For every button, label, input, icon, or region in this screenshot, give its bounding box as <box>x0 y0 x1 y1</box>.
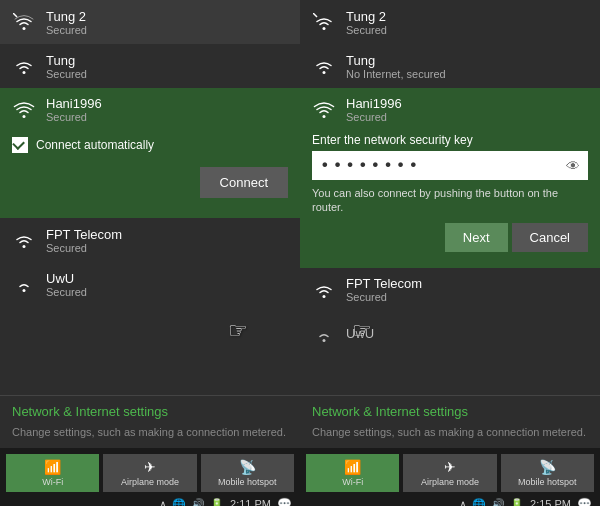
password-input-row-right[interactable]: 👁 <box>312 151 588 180</box>
network-info-uwu-right: UwU <box>346 326 588 341</box>
airplane-tile-label-left: Airplane mode <box>121 477 179 487</box>
auto-connect-checkbox-left[interactable] <box>12 137 28 153</box>
btn-row-left: Connect <box>12 157 288 210</box>
system-tray-right: ∧ 🌐 🔊 🔋 2:15 PM 💬 <box>300 495 600 506</box>
tray-globe-left: 🌐 <box>172 498 186 507</box>
network-item-hani1996-right[interactable]: Hani1996 Secured Enter the network secur… <box>300 88 600 268</box>
wifi-icon-hani1996-right <box>312 100 336 120</box>
wifi-icon-hani1996-left <box>12 100 36 120</box>
network-name-uwu-left: UwU <box>46 271 288 286</box>
network-status-tung2-right: Secured <box>346 24 588 36</box>
right-panel: Tung 2 Secured Tung No Internet, secured <box>300 0 600 506</box>
password-section-right: Enter the network security key 👁 You can… <box>312 129 588 268</box>
wifi-icon-tung2-left <box>12 12 36 32</box>
right-network-list: Tung 2 Secured Tung No Internet, secured <box>300 0 600 395</box>
quick-actions-left: 📶 Wi-Fi ✈ Airplane mode 📡 Mobile hotspot <box>0 448 300 495</box>
hotspot-tile-icon-left: 📡 <box>239 459 256 475</box>
network-info-uwu-left: UwU Secured <box>46 271 288 298</box>
tray-globe-right: 🌐 <box>472 498 486 507</box>
quick-tile-wifi-left[interactable]: 📶 Wi-Fi <box>6 454 99 492</box>
network-name-tung2-left: Tung 2 <box>46 9 288 24</box>
quick-tile-airplane-left[interactable]: ✈ Airplane mode <box>103 454 196 492</box>
tray-chat-right[interactable]: 💬 <box>577 497 592 506</box>
checkbox-tick-left <box>12 137 25 150</box>
svg-line-1 <box>313 13 317 17</box>
wifi-icon-tung-left <box>12 56 36 76</box>
network-status-hani1996-right: Secured <box>346 111 588 123</box>
network-info-tung2-right: Tung 2 Secured <box>346 9 588 36</box>
network-info-fpt-left: FPT Telecom Secured <box>46 227 288 254</box>
left-network-list: Tung 2 Secured Tung Secured <box>0 0 300 395</box>
tray-volume-right: 🔊 <box>491 498 505 507</box>
airplane-tile-icon-right: ✈ <box>444 459 456 475</box>
network-item-tung-left[interactable]: Tung Secured <box>0 44 300 88</box>
network-name-tung-right: Tung <box>346 53 588 68</box>
network-status-fpt-left: Secured <box>46 242 288 254</box>
settings-section-right: Network & Internet settings Change setti… <box>300 395 600 448</box>
btn-pair-right: Next Cancel <box>312 223 588 260</box>
tray-chevron-right: ∧ <box>459 498 467 507</box>
wifi-icon-fpt-right <box>312 280 336 300</box>
next-button-right[interactable]: Next <box>445 223 508 252</box>
tray-volume-left: 🔊 <box>191 498 205 507</box>
password-label-right: Enter the network security key <box>312 133 588 147</box>
network-item-hani1996-left[interactable]: Hani1996 Secured Connect automatically C… <box>0 88 300 218</box>
wifi-icon-uwu-left <box>12 274 36 294</box>
cancel-button-right[interactable]: Cancel <box>512 223 588 252</box>
airplane-tile-icon-left: ✈ <box>144 459 156 475</box>
network-name-hani1996-right: Hani1996 <box>346 96 588 111</box>
settings-section-left: Network & Internet settings Change setti… <box>0 395 300 448</box>
tray-time-right: 2:15 PM <box>530 498 571 506</box>
tray-icons-right: ∧ 🌐 🔊 🔋 <box>459 498 524 507</box>
network-header-hani1996-right: Hani1996 Secured <box>312 96 588 129</box>
hotspot-tile-label-right: Mobile hotspot <box>518 477 577 487</box>
network-item-uwu-right[interactable]: UwU <box>300 312 600 356</box>
quick-tile-hotspot-right[interactable]: 📡 Mobile hotspot <box>501 454 594 492</box>
tray-battery-left: 🔋 <box>210 498 224 507</box>
settings-desc-right: Change settings, such as making a connec… <box>312 426 586 438</box>
wifi-tile-label-left: Wi-Fi <box>42 477 63 487</box>
network-info-tung2-left: Tung 2 Secured <box>46 9 288 36</box>
network-name-tung-left: Tung <box>46 53 288 68</box>
network-name-uwu-right: UwU <box>346 326 588 341</box>
system-tray-left: ∧ 🌐 🔊 🔋 2:11 PM 💬 <box>0 495 300 506</box>
tray-icons-left: ∧ 🌐 🔊 🔋 <box>159 498 224 507</box>
network-item-fpt-left[interactable]: FPT Telecom Secured <box>0 218 300 262</box>
network-info-fpt-right: FPT Telecom Secured <box>346 276 588 303</box>
network-name-fpt-right: FPT Telecom <box>346 276 588 291</box>
connect-button-left[interactable]: Connect <box>200 167 288 198</box>
tray-battery-right: 🔋 <box>510 498 524 507</box>
tray-chat-left[interactable]: 💬 <box>277 497 292 506</box>
network-status-tung-left: Secured <box>46 68 288 80</box>
quick-tile-hotspot-left[interactable]: 📡 Mobile hotspot <box>201 454 294 492</box>
wifi-icon-tung-right <box>312 56 336 76</box>
network-item-tung2-left[interactable]: Tung 2 Secured <box>0 0 300 44</box>
eye-icon-right[interactable]: 👁 <box>558 153 588 179</box>
settings-link-right[interactable]: Network & Internet settings <box>312 404 588 419</box>
network-name-tung2-right: Tung 2 <box>346 9 588 24</box>
wifi-tile-icon-right: 📶 <box>344 459 361 475</box>
wifi-icon-tung2-right <box>312 12 336 32</box>
network-item-fpt-right[interactable]: FPT Telecom Secured <box>300 268 600 312</box>
auto-connect-left[interactable]: Connect automatically <box>12 133 288 157</box>
network-info-tung-right: Tung No Internet, secured <box>346 53 588 80</box>
svg-line-0 <box>13 13 17 17</box>
settings-link-left[interactable]: Network & Internet settings <box>12 404 288 419</box>
network-name-hani1996-left: Hani1996 <box>46 96 288 111</box>
network-header-hani1996-left: Hani1996 Secured <box>12 96 288 129</box>
network-item-tung-right[interactable]: Tung No Internet, secured <box>300 44 600 88</box>
hotspot-tile-label-left: Mobile hotspot <box>218 477 277 487</box>
quick-tile-airplane-right[interactable]: ✈ Airplane mode <box>403 454 496 492</box>
password-input-right[interactable] <box>312 151 558 180</box>
connect-options-left: Connect automatically Connect <box>12 129 288 218</box>
network-item-tung2-right[interactable]: Tung 2 Secured <box>300 0 600 44</box>
tray-time-left: 2:11 PM <box>230 498 271 506</box>
left-panel: Tung 2 Secured Tung Secured <box>0 0 300 506</box>
quick-tile-wifi-right[interactable]: 📶 Wi-Fi <box>306 454 399 492</box>
network-item-uwu-left[interactable]: UwU Secured <box>0 262 300 306</box>
airplane-tile-label-right: Airplane mode <box>421 477 479 487</box>
taskbar-left: 📶 Wi-Fi ✈ Airplane mode 📡 Mobile hotspot… <box>0 448 300 506</box>
network-status-hani1996-left: Secured <box>46 111 288 123</box>
network-status-tung2-left: Secured <box>46 24 288 36</box>
quick-actions-right: 📶 Wi-Fi ✈ Airplane mode 📡 Mobile hotspot <box>300 448 600 495</box>
